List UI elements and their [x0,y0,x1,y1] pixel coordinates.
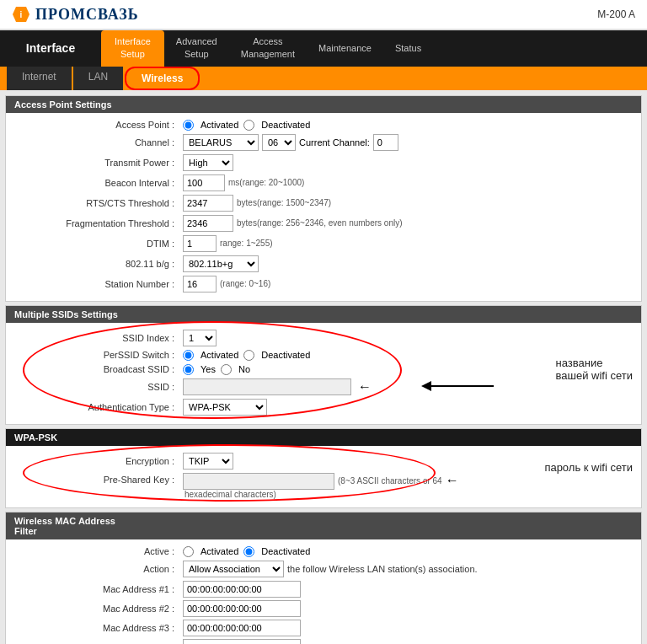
access-point-section-header: Access Point Settings [6,96,641,113]
transmit-select[interactable]: High [183,154,233,171]
ap-deactivated-radio[interactable] [243,120,254,131]
mac-deactivated-label: Deactivated [261,546,310,556]
mac-address-label-3: Mac Address #3 : [14,623,183,633]
sub-nav-wireless[interactable]: Wireless [125,67,200,90]
mac-address-input-2[interactable] [183,600,301,617]
wpa-section: WPA-PSK Encryption : TKIP Pre-Shared Key… [5,428,642,508]
mac-address-label-2: Mac Address #2 : [14,604,183,614]
station-input[interactable] [183,276,217,292]
mac-filter-body: Active : Activated Deactivated Action : … [6,539,641,644]
channel-controls: BELARUS 06 Current Channel: [183,134,398,151]
current-channel-input[interactable] [373,134,398,151]
perssid-label: PerSSID Switch : [14,350,183,360]
channel-row: Channel : BELARUS 06 Current Channel: [14,134,633,151]
rts-input[interactable] [183,195,233,212]
beacon-row: Beacon Interval : ms(range: 20~1000) [14,174,633,191]
encryption-select[interactable]: TKIP [183,453,233,470]
mac-deactivated-radio[interactable] [243,546,254,557]
broadcast-no-radio[interactable] [221,364,232,375]
psk-controls: (8~3 ASCII characters or 64 hexadecimal … [183,473,442,499]
rts-row: RTS/CTS Threshold : bytes(range: 1500~23… [14,195,633,212]
dot11-row: 802.11 b/g : 802.11b+g [14,255,633,272]
logo-text: ПРОМСВАЗЬ [35,6,139,24]
dtim-row: DTIM : range: 1~255) [14,235,633,252]
perssid-controls: Activated Deactivated [183,350,310,361]
perssid-activated-radio[interactable] [183,350,194,361]
psk-input[interactable] [183,473,334,490]
ap-activated-label: Activated [201,120,238,130]
beacon-label: Beacon Interval : [14,178,183,188]
frag-hint: bytes(range: 256~2346, even numbers only… [237,218,403,228]
mac-address-input-1[interactable] [183,581,301,598]
channel-label: Channel : [14,137,183,148]
broadcast-yes-radio[interactable] [183,364,194,375]
encryption-row: Encryption : TKIP [14,453,633,470]
transmit-label: Transmit Power : [14,158,183,168]
ssids-section: Multiple SSIDs Settings SSID Index : 1 P… [5,305,642,425]
ap-deactivated-label: Deactivated [261,120,310,130]
mac-active-label: Active : [14,546,183,556]
mac-address-row: Mac Address #1 : [14,581,633,598]
dot11-select[interactable]: 802.11b+g [183,255,259,272]
mac-address-input-4[interactable] [183,639,301,644]
perssid-deactivated-radio[interactable] [243,350,254,361]
mac-active-controls: Activated Deactivated [183,546,310,557]
ssid-arrow: ← [358,379,372,394]
mac-activated-radio[interactable] [183,546,194,557]
channel-num-select[interactable]: 06 [262,134,296,151]
nav-tab-advanced-setup[interactable]: Advanced Setup [164,30,229,67]
mac-action-hint: the follow Wireless LAN station(s) assoc… [287,564,478,574]
content: Access Point Settings Access Point : Act… [0,90,647,644]
sub-nav-internet[interactable]: Internet [7,67,72,90]
nav-tab-interface-setup[interactable]: Interface Setup [101,30,164,67]
auth-select[interactable]: WPA-PSK [183,399,267,416]
current-channel-label: Current Channel: [299,137,370,148]
broadcast-yes-label: Yes [201,364,216,374]
model-label: M-200 A [597,8,635,20]
broadcast-controls: Yes No [183,364,250,375]
auth-row: Authentication Type : WPA-PSK [14,399,633,416]
ap-row: Access Point : Activated Deactivated [14,120,633,131]
ssids-section-header: Multiple SSIDs Settings [6,306,641,323]
sub-nav: Internet LAN Wireless [0,67,647,90]
ssid-index-row: SSID Index : 1 [14,330,633,346]
mac-action-select[interactable]: Allow Association [183,561,284,577]
broadcast-label: Broadcast SSID : [14,364,183,374]
sub-nav-lan[interactable]: LAN [73,67,123,90]
channel-country-select[interactable]: BELARUS [183,134,259,151]
frag-row: Fragmentation Threshold : bytes(range: 2… [14,215,633,232]
ssid-name-row: SSID : ← [14,378,633,395]
mac-address-row: Mac Address #4 : [14,639,633,644]
psk-row: Pre-Shared Key : (8~3 ASCII characters o… [14,473,633,499]
ssid-index-select[interactable]: 1 [183,330,217,346]
nav-tab-maintenance[interactable]: Maintenance [307,30,383,67]
frag-input[interactable] [183,215,233,232]
psk-label: Pre-Shared Key : [14,473,183,485]
beacon-input[interactable] [183,174,225,191]
dtim-hint: range: 1~255) [220,239,273,248]
logo-icon: i [12,5,30,24]
mac-address-label-1: Mac Address #1 : [14,584,183,594]
wifi-name-annotation: название вашей wifi сети [556,357,633,382]
rts-hint: bytes(range: 1500~2347) [237,198,331,207]
nav-tab-access-management[interactable]: Access Management [229,30,307,67]
svg-text:i: i [20,10,23,19]
ssid-index-label: SSID Index : [14,333,183,343]
dot11-label: 802.11 b/g : [14,259,183,269]
psk-hint: (8~3 ASCII characters or 64 [338,476,442,486]
perssid-deactivated-label: Deactivated [261,350,310,360]
mac-address-row: Mac Address #2 : [14,600,633,617]
ap-activated-radio[interactable] [183,120,194,131]
station-label: Station Number : [14,279,183,289]
access-point-section: Access Point Settings Access Point : Act… [5,95,642,302]
dtim-input[interactable] [183,235,217,252]
encryption-label: Encryption : [14,456,183,466]
ssid-input[interactable] [183,378,351,395]
mac-active-row: Active : Activated Deactivated [14,546,633,557]
broadcast-no-label: No [238,364,250,374]
mac-address-input-3[interactable] [183,620,301,636]
transmit-row: Transmit Power : High [14,154,633,171]
nav-tab-status[interactable]: Status [383,30,433,67]
mac-activated-label: Activated [201,546,238,556]
auth-label: Authentication Type : [14,402,183,412]
